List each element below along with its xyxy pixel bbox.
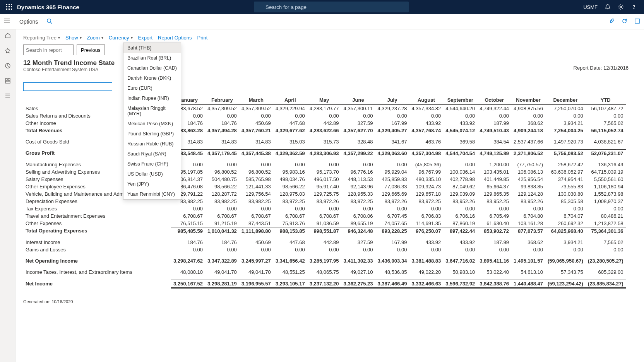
expand-icon[interactable] bbox=[634, 18, 640, 25]
data-cell: 0.00 bbox=[171, 246, 205, 253]
column-header: April bbox=[273, 96, 307, 105]
data-cell: 129,039.09 bbox=[443, 190, 477, 198]
data-cell: 83,952.25 bbox=[477, 198, 511, 205]
data-cell: 83,952.26 bbox=[443, 198, 477, 205]
data-cell: 4,283,179.77 bbox=[307, 105, 341, 113]
data-cell: 83,982.25 bbox=[239, 198, 273, 205]
previous-button[interactable]: Previous bbox=[77, 44, 105, 55]
data-cell: 1,440,488.47 bbox=[511, 280, 545, 288]
data-cell: 53,022.40 bbox=[477, 268, 511, 276]
currency-option[interactable]: Brazilian Real (BRL) bbox=[123, 53, 181, 63]
report-options-button[interactable]: Report Options bbox=[158, 35, 192, 41]
data-cell: 877,073.57 bbox=[511, 227, 545, 235]
star-icon[interactable] bbox=[5, 48, 11, 55]
data-cell: 0.00 bbox=[477, 205, 511, 212]
currency-option[interactable]: Yen (JPY) bbox=[123, 179, 181, 189]
currency-option[interactable]: US Dollar (USD) bbox=[123, 169, 181, 179]
currency-option[interactable]: Canadian Dollar (CAD) bbox=[123, 63, 181, 73]
refresh-icon[interactable] bbox=[622, 18, 627, 25]
hamburger-icon[interactable] bbox=[4, 18, 13, 25]
data-cell: 83,972.25 bbox=[273, 198, 307, 205]
help-icon[interactable] bbox=[631, 4, 637, 10]
currency-option[interactable]: Danish Krone (DKK) bbox=[123, 73, 181, 83]
data-cell: 5,550,561.60 bbox=[586, 176, 626, 183]
gear-icon[interactable] bbox=[618, 4, 624, 10]
data-cell: 0.00 bbox=[586, 205, 626, 212]
data-cell: 121,441.33 bbox=[239, 183, 273, 190]
search-in-report-input[interactable] bbox=[23, 44, 74, 55]
data-cell: 83,972.25 bbox=[409, 198, 443, 205]
data-cell: 258,672.42 bbox=[545, 161, 586, 168]
currency-option[interactable]: Swiss Franc (CHF) bbox=[123, 159, 181, 169]
data-cell: 50,983.10 bbox=[443, 268, 477, 276]
modules-icon[interactable] bbox=[5, 93, 11, 100]
action-search-icon[interactable] bbox=[46, 18, 52, 25]
bell-icon[interactable] bbox=[605, 4, 611, 10]
data-cell: 433.92 bbox=[409, 120, 443, 127]
currency-button[interactable]: Currency ▾ bbox=[109, 35, 133, 41]
data-cell: 4,357,760.21 bbox=[239, 127, 273, 134]
data-cell: 95,983.16 bbox=[273, 168, 307, 176]
data-cell: 998,551.87 bbox=[307, 227, 341, 235]
data-cell: 114,691.35 bbox=[409, 220, 443, 227]
data-cell: 128,287.72 bbox=[205, 190, 239, 198]
currency-option[interactable]: Mexican Peso (MXN) bbox=[123, 119, 181, 129]
data-cell: 3,895,411.16 bbox=[477, 257, 511, 265]
data-cell: 75,364,301.36 bbox=[586, 227, 626, 235]
data-cell: 0.00 bbox=[341, 205, 375, 212]
reporting-tree-button[interactable]: Reporting Tree ▾ bbox=[23, 35, 60, 41]
currency-option[interactable]: Saudi Riyal (SAR) bbox=[123, 149, 181, 159]
data-cell: 95,173.70 bbox=[307, 168, 341, 176]
data-cell: 3,387,466.49 bbox=[375, 280, 409, 288]
data-cell: 52,076,231.07 bbox=[586, 149, 626, 157]
options-button[interactable]: Options bbox=[19, 19, 38, 25]
data-cell: 4,357,299.22 bbox=[341, 149, 375, 157]
svg-point-12 bbox=[634, 8, 634, 9]
attach-icon[interactable] bbox=[609, 18, 615, 25]
home-icon[interactable] bbox=[5, 32, 11, 40]
export-button[interactable]: Export bbox=[138, 35, 153, 41]
currency-option[interactable]: Yuan Renminbi (CNY) bbox=[123, 189, 181, 199]
show-button[interactable]: Show ▾ bbox=[65, 35, 82, 41]
clock-icon[interactable] bbox=[5, 63, 11, 70]
data-cell: 96,776.16 bbox=[341, 168, 375, 176]
currency-dropdown[interactable]: Baht (THB)Brazilian Real (BRL)Canadian D… bbox=[123, 43, 181, 200]
data-cell: 87,860.19 bbox=[443, 220, 477, 227]
data-cell: 6,706.83 bbox=[409, 212, 443, 220]
data-cell: 4,357,304.98 bbox=[409, 149, 443, 157]
data-cell: 98,566.22 bbox=[273, 183, 307, 190]
currency-option[interactable]: Baht (THB) bbox=[123, 43, 181, 53]
currency-option[interactable]: Malaysian Ringgit (MYR) bbox=[123, 103, 181, 119]
data-cell: 6,704.07 bbox=[545, 212, 586, 220]
column-header: September bbox=[443, 96, 477, 105]
waffle-icon[interactable] bbox=[3, 4, 15, 10]
currency-option[interactable]: Euro (EUR) bbox=[123, 83, 181, 93]
data-cell: 75,913.76 bbox=[273, 220, 307, 227]
data-cell: (23,885,834.27) bbox=[586, 280, 626, 288]
data-cell: 433.92 bbox=[409, 239, 443, 246]
environment-label[interactable]: USMF bbox=[583, 4, 598, 10]
data-cell: 0.00 bbox=[171, 205, 205, 212]
data-cell: 1,008,970.37 bbox=[586, 198, 626, 205]
currency-option[interactable]: Pound Sterling (GBP) bbox=[123, 129, 181, 139]
data-cell: 96,800.52 bbox=[205, 168, 239, 176]
data-cell: 0.00 bbox=[307, 161, 341, 168]
currency-option[interactable]: Indian Rupee (INR) bbox=[123, 93, 181, 103]
column-header: June bbox=[341, 96, 375, 105]
data-cell: 4,357,334.82 bbox=[409, 105, 443, 113]
workspace-icon[interactable] bbox=[5, 78, 11, 85]
print-button[interactable]: Print bbox=[197, 35, 208, 41]
active-cell-input[interactable] bbox=[23, 82, 112, 91]
global-search-input[interactable] bbox=[254, 2, 409, 12]
data-cell: 448,113.53 bbox=[341, 176, 375, 183]
data-cell: 56,107,487.72 bbox=[586, 105, 626, 113]
zoom-button[interactable]: Zoom ▾ bbox=[87, 35, 103, 41]
data-cell: 87,049.62 bbox=[443, 183, 477, 190]
data-cell: 1,111,898.80 bbox=[239, 227, 273, 235]
data-cell: 0.00 bbox=[375, 246, 409, 253]
data-cell: 4,329,237.28 bbox=[375, 105, 409, 113]
currency-option[interactable]: Russian Ruble (RUB) bbox=[123, 139, 181, 149]
data-cell: 83,972.26 bbox=[307, 198, 341, 205]
data-cell: 897,422.44 bbox=[443, 227, 477, 235]
row-label: Net Operating Income bbox=[23, 257, 171, 265]
